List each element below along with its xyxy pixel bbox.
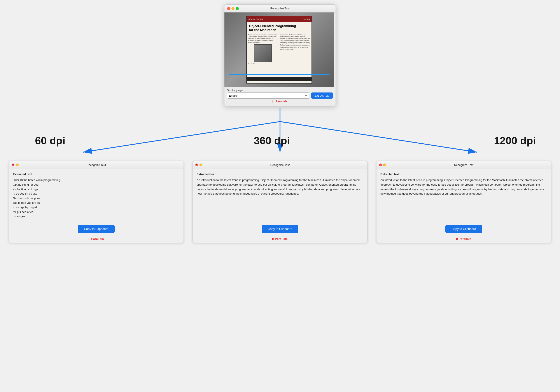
dpi-label-60: 60 dpi bbox=[35, 135, 65, 147]
parallels-bar-small-5 bbox=[456, 238, 457, 240]
book-image-inner: BRADY BOOKS BOOKS Object-Oriented Progra… bbox=[224, 12, 334, 87]
panel-60-controls: ✕ ‹ bbox=[12, 164, 19, 166]
book-cover: BRADY BOOKS BOOKS Object-Oriented Progra… bbox=[246, 16, 312, 84]
panel-1200dpi: ✕ ‹ Recognize Text Extracted text: An in… bbox=[376, 161, 551, 243]
parallels-bar-small-2 bbox=[90, 238, 90, 240]
panel-360-close-btn[interactable]: ✕ bbox=[195, 164, 198, 166]
bottom-panels: ✕ ‹ Recognize Text Extracted text: i tdc… bbox=[0, 161, 560, 243]
parallels-label: Parallels bbox=[276, 100, 287, 103]
book-body: An introduction to the latest trend in p… bbox=[247, 33, 311, 77]
back-icon: ‹ bbox=[384, 164, 385, 166]
panel-360-extracted-label: Extracted text: bbox=[197, 173, 363, 176]
parallels-logo-small-1200 bbox=[456, 238, 458, 240]
parallels-bar-2 bbox=[274, 100, 274, 103]
parallels-bar-1 bbox=[273, 100, 273, 103]
panel-360dpi: ✕ ‹ Recognize Text Extracted text: An in… bbox=[192, 161, 368, 243]
extract-text-button[interactable]: Extract Text bbox=[311, 92, 333, 98]
panel-1200-close-btn[interactable]: ✕ bbox=[379, 164, 382, 166]
parallels-bar-small-4 bbox=[273, 238, 274, 240]
close-icon: ✕ bbox=[196, 164, 198, 166]
panel-1200-title: Recognize Text bbox=[454, 163, 474, 167]
panel-60dpi: ✕ ‹ Recognize Text Extracted text: i tdc… bbox=[9, 161, 184, 243]
parallels-bar-small-6 bbox=[457, 238, 458, 240]
panel-1200-titlebar: ✕ ‹ Recognize Text bbox=[377, 161, 551, 169]
panel-360-parallels-label: Parallels bbox=[275, 237, 288, 241]
panel-360-title: Recognize Text bbox=[270, 163, 290, 167]
book-header-right: BOOKS bbox=[303, 18, 310, 20]
panel-60-close-btn[interactable]: ✕ bbox=[12, 164, 14, 166]
parallels-logo-small-360 bbox=[272, 238, 274, 240]
book-left-col: An introduction to the latest trend in p… bbox=[247, 33, 279, 77]
panel-360-footer: Copy to Clipboard bbox=[193, 222, 367, 235]
panel-360-controls: ✕ ‹ bbox=[195, 164, 202, 166]
book-right-col: programming. You'll also attend a thorou… bbox=[279, 33, 311, 77]
top-window-maximize-btn[interactable] bbox=[236, 7, 239, 10]
panel-60-body: Extracted text: i tdci 10 the bates wd i… bbox=[9, 169, 183, 222]
parallels-logo bbox=[273, 100, 274, 103]
panel-360-extracted-text: An introduction to the latest trend in p… bbox=[197, 178, 363, 219]
top-window-close-btn[interactable] bbox=[227, 7, 230, 10]
book-image-area: BRADY BOOKS BOOKS Object-Oriented Progra… bbox=[224, 12, 334, 87]
book-header-left: BRADY BOOKS bbox=[249, 18, 263, 20]
back-icon: ‹ bbox=[200, 164, 201, 166]
annotation-line bbox=[229, 74, 330, 75]
parallels-bar-small-3 bbox=[272, 238, 273, 240]
top-window-content: BRADY BOOKS BOOKS Object-Oriented Progra… bbox=[224, 12, 336, 106]
panel-1200-copy-button[interactable]: Copy to Clipboard bbox=[445, 225, 482, 233]
panel-60-parallels-label: Parallels bbox=[91, 237, 104, 241]
dpi-label-1200: 1200 dpi bbox=[494, 135, 536, 147]
window-bottom-area: Text Language: English Extract Text Para… bbox=[224, 87, 336, 106]
book-title-area: Object-Oriented Programmingfor the Macin… bbox=[247, 22, 311, 33]
parallels-logo-small-60 bbox=[89, 238, 90, 240]
parallels-bar-small-1 bbox=[89, 238, 89, 240]
panel-360-back-btn[interactable]: ‹ bbox=[200, 164, 202, 166]
panel-360-titlebar: ✕ ‹ Recognize Text bbox=[193, 161, 367, 169]
close-icon: ✕ bbox=[380, 164, 381, 166]
panel-60-footer: Copy to Clipboard bbox=[9, 222, 183, 235]
back-icon: ‹ bbox=[17, 164, 18, 166]
panel-1200-body: Extracted text: An introduction to the l… bbox=[377, 169, 551, 222]
book-footer bbox=[247, 77, 311, 81]
panel-360-copy-button[interactable]: Copy to Clipboard bbox=[262, 225, 298, 233]
panel-1200-extracted-label: Extracted text: bbox=[380, 173, 547, 176]
panel-60-title: Recognize Text bbox=[87, 163, 106, 167]
top-window-parallels: Parallels bbox=[227, 98, 333, 104]
author-photo bbox=[254, 44, 272, 62]
dpi-label-360: 360 dpi bbox=[254, 135, 290, 147]
arrows-svg bbox=[0, 108, 560, 157]
panel-60-extracted-label: Extracted text: bbox=[13, 173, 180, 176]
top-window-controls bbox=[227, 7, 239, 10]
book-cover-header: BRADY BOOKS BOOKS bbox=[247, 16, 311, 22]
panel-1200-controls: ✕ ‹ bbox=[379, 164, 386, 166]
panel-1200-parallels-label: Parallels bbox=[459, 237, 471, 241]
panel-1200-extracted-text: An introduction to the latest trend in p… bbox=[380, 178, 547, 219]
top-window-minimize-btn[interactable] bbox=[231, 7, 234, 10]
top-window: Recognize Text BRADY BOOKS BOOKS Object-… bbox=[224, 4, 336, 106]
language-select[interactable]: English bbox=[227, 92, 309, 98]
top-window-container: Recognize Text BRADY BOOKS BOOKS Object-… bbox=[0, 0, 560, 106]
top-window-titlebar: Recognize Text bbox=[224, 5, 336, 12]
panel-60-copy-button[interactable]: Copy to Clipboard bbox=[78, 225, 115, 233]
panel-360-parallels: Parallels bbox=[193, 235, 367, 243]
book-title-main: Object-Oriented Programmingfor the Macin… bbox=[249, 24, 309, 32]
language-row: English Extract Text bbox=[227, 92, 333, 98]
top-window-title: Recognize Text bbox=[270, 7, 290, 10]
panel-1200-footer: Copy to Clipboard bbox=[377, 222, 551, 235]
panel-60-back-btn[interactable]: ‹ bbox=[16, 164, 19, 166]
panel-60-titlebar: ✕ ‹ Recognize Text bbox=[9, 161, 183, 169]
svg-line-4 bbox=[83, 122, 280, 152]
arrows-section: 60 dpi 360 dpi 1200 dpi bbox=[0, 108, 560, 157]
panel-1200-parallels: Parallels bbox=[377, 235, 551, 243]
close-icon: ✕ bbox=[12, 164, 14, 166]
panel-60-extracted-text: i tdci 10 the bates wd in programming. O… bbox=[13, 178, 180, 219]
panel-360-body: Extracted text: An introduction to the l… bbox=[193, 169, 367, 222]
language-label: Text Language: bbox=[227, 89, 333, 92]
panel-60-parallels: Parallels bbox=[9, 235, 183, 243]
svg-line-5 bbox=[280, 122, 477, 152]
panel-1200-back-btn[interactable]: ‹ bbox=[383, 164, 386, 166]
